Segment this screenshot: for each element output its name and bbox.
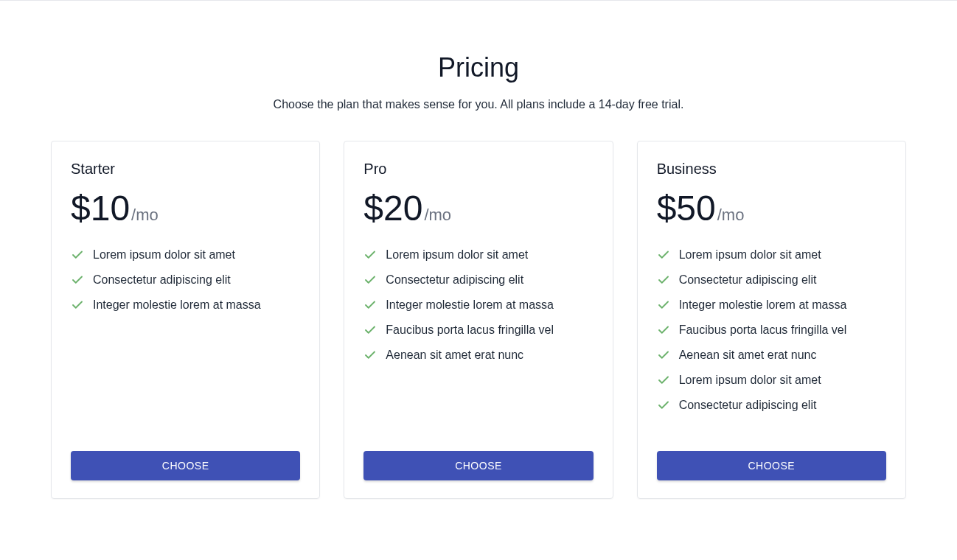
feature-item: Lorem ipsum dolor sit amet	[657, 374, 886, 387]
spacer	[363, 379, 593, 451]
feature-item: Consectetur adipiscing elit	[657, 273, 886, 287]
plan-features: Lorem ipsum dolor sit amet Consectetur a…	[71, 248, 300, 312]
feature-item: Aenean sit amet erat nunc	[657, 349, 886, 362]
page-title: Pricing	[51, 52, 906, 83]
check-icon	[363, 323, 377, 337]
check-icon	[363, 273, 377, 287]
plan-features: Lorem ipsum dolor sit amet Consectetur a…	[363, 248, 593, 362]
choose-button-starter[interactable]: CHOOSE	[71, 451, 300, 480]
feature-text: Faucibus porta lacus fringilla vel	[386, 323, 554, 337]
plan-name: Pro	[363, 161, 593, 178]
feature-item: Consectetur adipiscing elit	[71, 273, 300, 287]
check-icon	[657, 248, 670, 262]
feature-text: Aenean sit amet erat nunc	[386, 349, 523, 362]
plan-name: Business	[657, 161, 886, 178]
feature-text: Faucibus porta lacus fringilla vel	[679, 323, 847, 337]
feature-item: Integer molestie lorem at massa	[657, 298, 886, 312]
feature-text: Integer molestie lorem at massa	[93, 298, 261, 312]
plan-price-row: $50 /mo	[657, 191, 886, 226]
check-icon	[657, 273, 670, 287]
check-icon	[657, 349, 670, 362]
feature-text: Lorem ipsum dolor sit amet	[679, 248, 821, 262]
plan-price: $10	[71, 191, 130, 226]
feature-item: Integer molestie lorem at massa	[363, 298, 593, 312]
feature-item: Faucibus porta lacus fringilla vel	[363, 323, 593, 337]
feature-text: Integer molestie lorem at massa	[679, 298, 847, 312]
plan-name: Starter	[71, 161, 300, 178]
feature-text: Aenean sit amet erat nunc	[679, 349, 817, 362]
plan-period: /mo	[717, 206, 745, 225]
check-icon	[657, 298, 670, 312]
feature-text: Integer molestie lorem at massa	[386, 298, 554, 312]
plan-period: /mo	[131, 206, 159, 225]
check-icon	[363, 349, 377, 362]
check-icon	[657, 374, 670, 387]
choose-button-pro[interactable]: CHOOSE	[363, 451, 593, 480]
page-subtitle: Choose the plan that makes sense for you…	[51, 98, 906, 111]
plan-card-business: Business $50 /mo Lorem ipsum dolor sit a…	[637, 141, 906, 499]
check-icon	[657, 323, 670, 337]
spacer	[657, 430, 886, 451]
feature-item: Lorem ipsum dolor sit amet	[363, 248, 593, 262]
feature-text: Lorem ipsum dolor sit amet	[93, 248, 235, 262]
check-icon	[363, 298, 377, 312]
feature-item: Lorem ipsum dolor sit amet	[71, 248, 300, 262]
plan-price-row: $10 /mo	[71, 191, 300, 226]
feature-item: Consectetur adipiscing elit	[363, 273, 593, 287]
plan-period: /mo	[424, 206, 451, 225]
check-icon	[363, 248, 377, 262]
plan-features: Lorem ipsum dolor sit amet Consectetur a…	[657, 248, 886, 412]
feature-item: Lorem ipsum dolor sit amet	[657, 248, 886, 262]
plan-card-pro: Pro $20 /mo Lorem ipsum dolor sit amet C…	[344, 141, 613, 499]
check-icon	[71, 248, 84, 262]
check-icon	[71, 273, 84, 287]
choose-button-business[interactable]: CHOOSE	[657, 451, 886, 480]
plans-row: Starter $10 /mo Lorem ipsum dolor sit am…	[51, 141, 906, 499]
check-icon	[71, 298, 84, 312]
pricing-section: Pricing Choose the plan that makes sense…	[51, 1, 906, 543]
plan-price: $20	[363, 191, 422, 226]
feature-text: Consectetur adipiscing elit	[93, 273, 231, 287]
feature-item: Integer molestie lorem at massa	[71, 298, 300, 312]
feature-text: Consectetur adipiscing elit	[679, 273, 817, 287]
feature-item: Consectetur adipiscing elit	[657, 399, 886, 412]
feature-text: Lorem ipsum dolor sit amet	[386, 248, 528, 262]
plan-price: $50	[657, 191, 716, 226]
spacer	[71, 329, 300, 451]
plan-price-row: $20 /mo	[363, 191, 593, 226]
feature-text: Consectetur adipiscing elit	[679, 399, 817, 412]
feature-item: Faucibus porta lacus fringilla vel	[657, 323, 886, 337]
check-icon	[657, 399, 670, 412]
feature-text: Consectetur adipiscing elit	[386, 273, 523, 287]
plan-card-starter: Starter $10 /mo Lorem ipsum dolor sit am…	[51, 141, 320, 499]
feature-item: Aenean sit amet erat nunc	[363, 349, 593, 362]
feature-text: Lorem ipsum dolor sit amet	[679, 374, 821, 387]
